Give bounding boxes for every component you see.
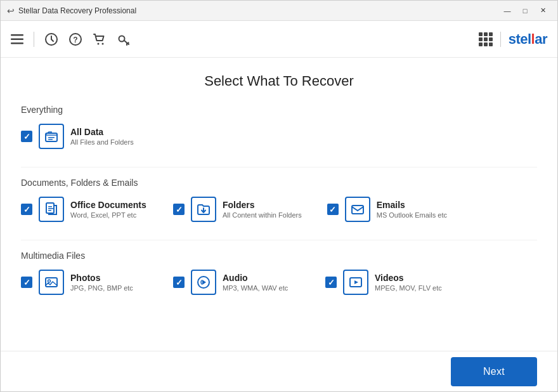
emails-checkbox-wrapper[interactable]: ✓ xyxy=(327,204,339,215)
help-icon[interactable]: ? xyxy=(68,32,82,46)
emails-desc: MS Outlook Emails etc xyxy=(377,211,447,219)
audio-text: Audio MP3, WMA, WAV etc xyxy=(223,273,288,292)
section-everything-items: ✓ All Data All Files and Folders xyxy=(21,124,537,149)
svg-rect-16 xyxy=(352,206,363,214)
item-photos: ✓ Photos JPG, PNG, BMP etc xyxy=(21,270,148,295)
apps-grid-icon[interactable] xyxy=(479,32,493,46)
next-button[interactable]: Next xyxy=(451,357,537,386)
svg-text:?: ? xyxy=(73,36,77,44)
all-data-checkbox-wrapper[interactable]: ✓ xyxy=(21,131,32,142)
videos-checkbox-wrapper[interactable]: ✓ xyxy=(325,277,337,288)
emails-icon-box xyxy=(345,197,370,222)
toolbar-left: ? xyxy=(11,32,131,47)
audio-icon-box xyxy=(191,270,216,295)
svg-rect-15 xyxy=(48,210,51,211)
item-emails: ✓ Emails MS Outlook Emails etc xyxy=(327,197,454,222)
photos-desc: JPG, PNG, BMP etc xyxy=(70,284,133,292)
close-button[interactable]: ✕ xyxy=(535,4,551,17)
minimize-button[interactable]: — xyxy=(499,4,516,17)
svg-rect-2 xyxy=(11,42,23,44)
folders-name: Folders xyxy=(223,200,302,210)
back-icon: ↩ xyxy=(7,6,15,16)
audio-checkbox-wrapper[interactable]: ✓ xyxy=(173,277,185,288)
office-docs-name: Office Documents xyxy=(70,200,146,210)
photos-name: Photos xyxy=(70,273,133,283)
toolbar: ? xyxy=(1,21,557,58)
svg-rect-11 xyxy=(48,139,53,140)
stellar-logo: stellar xyxy=(509,31,547,48)
titlebar-title: Stellar Data Recovery Professional xyxy=(18,6,136,15)
svg-rect-10 xyxy=(48,137,55,138)
section-docs-items: ✓ Office Documents Word, Excel, PPT etc xyxy=(21,197,537,222)
office-docs-icon-box xyxy=(39,197,64,222)
svg-rect-13 xyxy=(48,206,52,207)
item-videos: ✓ Videos MPEG, MOV, FLV etc xyxy=(325,270,452,295)
hamburger-icon[interactable] xyxy=(11,34,23,44)
svg-point-18 xyxy=(48,280,51,282)
office-docs-checkbox-wrapper[interactable]: ✓ xyxy=(21,204,32,215)
videos-desc: MPEG, MOV, FLV etc xyxy=(375,284,442,292)
audio-desc: MP3, WMA, WAV etc xyxy=(223,284,288,292)
all-data-icon-box xyxy=(39,124,64,149)
key-icon[interactable] xyxy=(117,32,131,46)
svg-rect-1 xyxy=(11,38,23,40)
all-data-desc: All Files and Folders xyxy=(70,138,134,146)
folders-checkbox-wrapper[interactable]: ✓ xyxy=(173,204,185,215)
folders-icon-box xyxy=(191,197,216,222)
all-data-text: All Data All Files and Folders xyxy=(70,127,134,146)
divider-2 xyxy=(21,240,537,240)
section-label-multimedia: Multimedia Files xyxy=(21,251,537,261)
item-audio: ✓ Audio MP3, WMA, WAV etc xyxy=(173,270,300,295)
page-title: Select What To Recover xyxy=(21,73,537,89)
maximize-button[interactable]: □ xyxy=(517,4,533,17)
toolbar-divider xyxy=(34,32,34,47)
section-multimedia-items: ✓ Photos JPG, PNG, BMP etc ✓ xyxy=(21,270,537,295)
audio-name: Audio xyxy=(223,273,288,283)
item-office-docs: ✓ Office Documents Word, Excel, PPT etc xyxy=(21,197,148,222)
divider-1 xyxy=(21,167,537,167)
main-content: Select What To Recover Everything ✓ xyxy=(1,58,557,351)
cart-icon[interactable] xyxy=(93,32,107,46)
folders-desc: All Content within Folders xyxy=(223,211,302,219)
section-label-docs: Documents, Folders & Emails xyxy=(21,178,537,188)
titlebar-left: ↩ Stellar Data Recovery Professional xyxy=(7,6,136,16)
history-icon[interactable] xyxy=(44,32,58,46)
footer: Next xyxy=(1,351,557,391)
section-label-everything: Everything xyxy=(21,105,537,115)
videos-text: Videos MPEG, MOV, FLV etc xyxy=(375,273,442,292)
titlebar: ↩ Stellar Data Recovery Professional — □… xyxy=(1,1,557,21)
photos-icon-box xyxy=(39,270,64,295)
photos-checkbox-wrapper[interactable]: ✓ xyxy=(21,277,32,288)
svg-point-6 xyxy=(98,42,100,44)
svg-point-7 xyxy=(102,42,104,44)
toolbar-divider-2 xyxy=(500,32,501,47)
photos-text: Photos JPG, PNG, BMP etc xyxy=(70,273,133,292)
svg-rect-17 xyxy=(46,278,57,287)
office-docs-text: Office Documents Word, Excel, PPT etc xyxy=(70,200,146,219)
toolbar-right: stellar xyxy=(479,31,547,48)
videos-icon-box xyxy=(343,270,368,295)
svg-rect-0 xyxy=(11,34,23,36)
emails-text: Emails MS Outlook Emails etc xyxy=(377,200,447,219)
all-data-name: All Data xyxy=(70,127,134,137)
videos-name: Videos xyxy=(375,273,442,283)
item-folders: ✓ Folders All Content within Folders xyxy=(173,197,302,222)
office-docs-desc: Word, Excel, PPT etc xyxy=(70,211,146,219)
folders-text: Folders All Content within Folders xyxy=(223,200,302,219)
item-all-data: ✓ All Data All Files and Folders xyxy=(21,124,148,149)
emails-name: Emails xyxy=(377,200,447,210)
titlebar-controls: — □ ✕ xyxy=(499,4,551,17)
svg-rect-14 xyxy=(48,208,53,209)
